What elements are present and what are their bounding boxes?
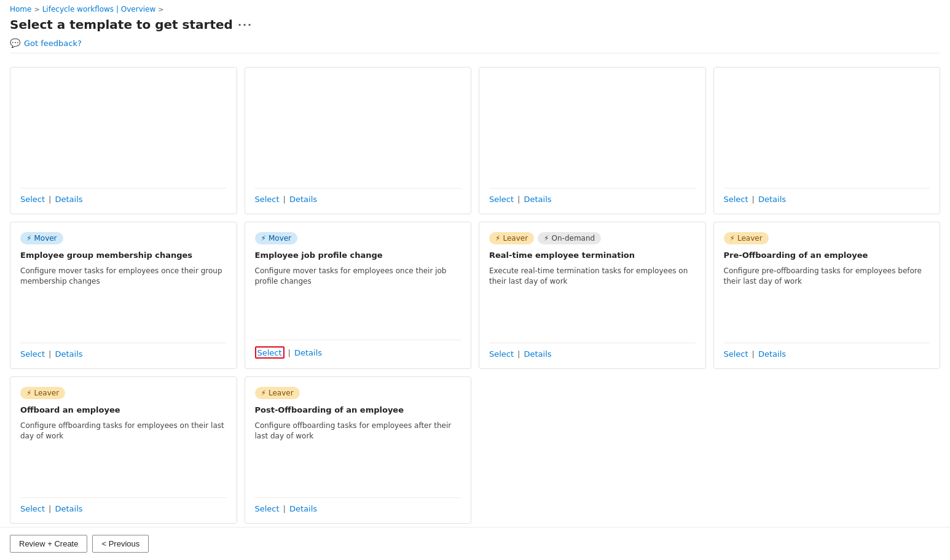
- feedback-bar[interactable]: 💬 Got feedback?: [10, 38, 940, 53]
- card-8-badge-label: Leaver: [737, 234, 763, 243]
- top-bar: Home > Lifecycle workflows | Overview > …: [0, 0, 950, 60]
- card-10-badge-label: Leaver: [269, 389, 294, 397]
- card-10-footer: Select | Details: [255, 497, 461, 513]
- card-8-details[interactable]: Details: [758, 349, 786, 359]
- card-9-details[interactable]: Details: [55, 504, 83, 513]
- card-7-details[interactable]: Details: [524, 349, 552, 359]
- card-1-select[interactable]: Select: [20, 195, 45, 204]
- card-2: Select | Details: [245, 67, 472, 214]
- card-9-badge-leaver: ⚡ Leaver: [20, 387, 65, 399]
- card-6: ⚡ Mover Employee job profile change Conf…: [245, 222, 472, 369]
- card-1-footer: Select | Details: [20, 188, 227, 204]
- card-9-title: Offboard an employee: [20, 405, 227, 416]
- card-6-badges: ⚡ Mover: [255, 232, 461, 244]
- card-8-badges: ⚡ Leaver: [724, 232, 930, 244]
- card-5-select[interactable]: Select: [20, 349, 45, 359]
- card-7-top: ⚡ Leaver ⚡ On-demand Real-time employee …: [489, 232, 696, 335]
- card-8-top: ⚡ Leaver Pre-Offboarding of an employee …: [724, 232, 930, 335]
- card-4-select[interactable]: Select: [724, 195, 748, 204]
- card-8-footer: Select | Details: [724, 343, 930, 359]
- page-title-ellipsis[interactable]: ···: [238, 19, 253, 31]
- card-1-top: [20, 77, 227, 181]
- card-5: ⚡ Mover Employee group membership change…: [10, 222, 237, 369]
- card-5-badge-mover: ⚡ Mover: [20, 232, 63, 244]
- card-7-badge-label-leaver: Leaver: [503, 234, 528, 243]
- card-7-desc: Execute real-time termination tasks for …: [489, 266, 696, 287]
- card-3-select[interactable]: Select: [489, 195, 514, 204]
- card-8-desc: Configure pre-offboarding tasks for empl…: [724, 266, 930, 287]
- mover-icon-6: ⚡: [261, 234, 266, 243]
- card-7: ⚡ Leaver ⚡ On-demand Real-time employee …: [479, 222, 706, 369]
- card-6-desc: Configure mover tasks for employees once…: [255, 266, 461, 287]
- card-6-footer: Select | Details: [255, 340, 461, 359]
- card-10-top: ⚡ Leaver Post-Offboarding of an employee…: [255, 387, 461, 490]
- breadcrumb-home[interactable]: Home: [10, 5, 31, 14]
- previous-button[interactable]: < Previous: [92, 535, 149, 553]
- card-7-badges: ⚡ Leaver ⚡ On-demand: [489, 232, 696, 244]
- card-9-badge-label: Leaver: [34, 389, 59, 397]
- scroll-area: Select | Details Select | Details Select…: [0, 60, 950, 527]
- card-3-details[interactable]: Details: [524, 195, 552, 204]
- leaver-icon-9: ⚡: [26, 389, 31, 397]
- card-4-top: [724, 77, 930, 181]
- feedback-text: Got feedback?: [24, 39, 82, 48]
- card-5-badge-label: Mover: [34, 234, 57, 243]
- review-create-button[interactable]: Review + Create: [10, 535, 87, 553]
- card-6-details[interactable]: Details: [294, 348, 322, 357]
- card-5-footer: Select | Details: [20, 343, 227, 359]
- card-9-select[interactable]: Select: [20, 504, 45, 513]
- card-8-badge-leaver: ⚡ Leaver: [724, 232, 769, 244]
- feedback-icon: 💬: [10, 38, 20, 48]
- card-4: Select | Details: [713, 67, 941, 214]
- card-8: ⚡ Leaver Pre-Offboarding of an employee …: [713, 222, 941, 369]
- breadcrumb-sep2: >: [158, 6, 163, 14]
- card-6-select-highlighted: Select: [255, 346, 285, 359]
- card-5-badges: ⚡ Mover: [20, 232, 227, 244]
- card-9-badges: ⚡ Leaver: [20, 387, 227, 399]
- card-6-select[interactable]: Select: [257, 348, 282, 357]
- page-title-text: Select a template to get started: [10, 17, 233, 32]
- card-7-badge-leaver: ⚡ Leaver: [489, 232, 534, 244]
- bottom-bar: Review + Create < Previous: [0, 527, 950, 560]
- card-10-badges: ⚡ Leaver: [255, 387, 461, 399]
- card-3: Select | Details: [479, 67, 706, 214]
- card-5-details[interactable]: Details: [55, 349, 83, 359]
- card-3-top: [489, 77, 696, 181]
- cards-grid: Select | Details Select | Details Select…: [10, 67, 940, 524]
- card-5-desc: Configure mover tasks for employees once…: [20, 266, 227, 287]
- card-6-top: ⚡ Mover Employee job profile change Conf…: [255, 232, 461, 332]
- mover-icon: ⚡: [26, 234, 31, 243]
- breadcrumb: Home > Lifecycle workflows | Overview >: [10, 5, 940, 14]
- card-6-title: Employee job profile change: [255, 251, 461, 261]
- card-9-footer: Select | Details: [20, 497, 227, 513]
- card-7-footer: Select | Details: [489, 343, 696, 359]
- card-7-select[interactable]: Select: [489, 349, 514, 359]
- breadcrumb-lifecycle[interactable]: Lifecycle workflows | Overview: [42, 5, 156, 14]
- card-8-select[interactable]: Select: [724, 349, 748, 359]
- leaver-icon-10: ⚡: [261, 389, 266, 397]
- card-10-title: Post-Offboarding of an employee: [255, 405, 461, 416]
- card-9: ⚡ Leaver Offboard an employee Configure …: [10, 376, 237, 524]
- card-5-title: Employee group membership changes: [20, 251, 227, 261]
- card-2-footer: Select | Details: [255, 188, 461, 204]
- card-1-details[interactable]: Details: [55, 195, 83, 204]
- card-8-title: Pre-Offboarding of an employee: [724, 251, 930, 261]
- card-5-top: ⚡ Mover Employee group membership change…: [20, 232, 227, 335]
- card-1: Select | Details: [10, 67, 237, 214]
- card-6-badge-mover: ⚡ Mover: [255, 232, 298, 244]
- card-7-title: Real-time employee termination: [489, 251, 696, 261]
- leaver-icon-7: ⚡: [495, 234, 500, 243]
- card-9-top: ⚡ Leaver Offboard an employee Configure …: [20, 387, 227, 490]
- card-4-details[interactable]: Details: [758, 195, 786, 204]
- card-2-details[interactable]: Details: [289, 195, 317, 204]
- card-7-badge-ondemand: ⚡ On-demand: [538, 232, 601, 244]
- ondemand-icon-7: ⚡: [544, 234, 549, 243]
- card-2-select[interactable]: Select: [255, 195, 280, 204]
- card-7-badge-label-ondemand: On-demand: [552, 234, 595, 243]
- breadcrumb-sep1: >: [34, 6, 39, 14]
- leaver-icon-8: ⚡: [730, 234, 735, 243]
- card-10-details[interactable]: Details: [289, 504, 317, 513]
- page-title: Select a template to get started ···: [10, 17, 940, 32]
- card-10-select[interactable]: Select: [255, 504, 280, 513]
- card-10: ⚡ Leaver Post-Offboarding of an employee…: [245, 376, 472, 524]
